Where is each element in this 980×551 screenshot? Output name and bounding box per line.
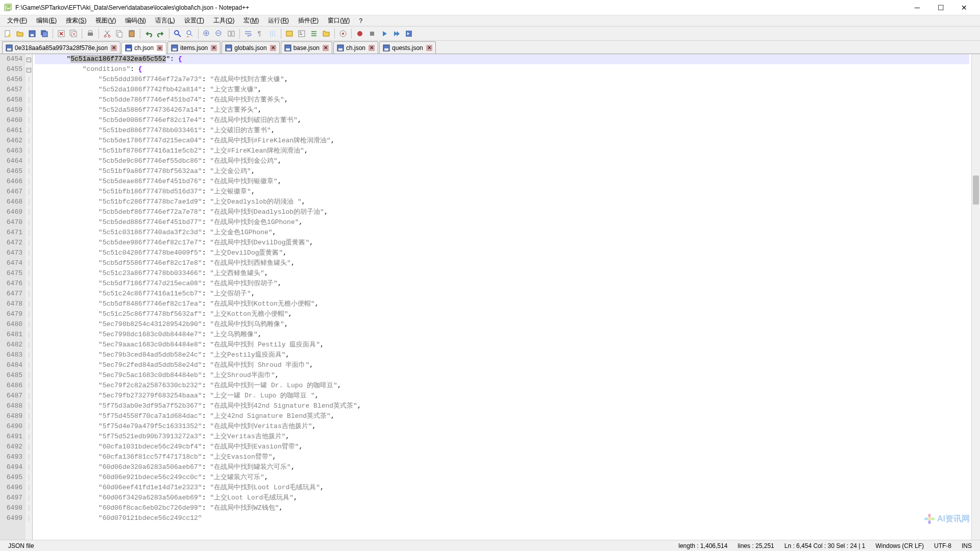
menu-m[interactable]: 宏(M)	[239, 15, 263, 26]
app-icon	[4, 4, 12, 12]
tab-close-icon[interactable]: ✕	[270, 45, 276, 51]
undo-icon[interactable]	[143, 28, 154, 39]
stop-macro-icon[interactable]	[366, 28, 378, 39]
menu-e[interactable]: 编辑(E)	[32, 15, 61, 26]
tab-label: 0e318aa6a85a9973a28f578e.json	[15, 44, 108, 52]
svg-rect-21	[130, 30, 133, 32]
copy-icon[interactable]	[114, 28, 125, 39]
svg-rect-28	[228, 31, 231, 36]
editor[interactable]: 6454645564566457645864596460646164626463…	[0, 54, 980, 540]
folder-tree-icon[interactable]	[321, 28, 332, 39]
save-icon[interactable]	[27, 28, 38, 39]
doc-map-icon[interactable]	[296, 28, 307, 39]
sync-scroll-icon[interactable]	[226, 28, 237, 39]
play-multi-icon[interactable]	[391, 28, 402, 39]
tab-close-icon[interactable]: ✕	[157, 45, 163, 51]
menu-v[interactable]: 视图(V)	[91, 15, 120, 26]
tab-close-icon[interactable]: ✕	[111, 45, 117, 51]
tab-close-icon[interactable]: ✕	[323, 45, 329, 51]
svg-rect-8	[31, 34, 34, 36]
close-button[interactable]: ✕	[952, 0, 976, 15]
tab-label: ch.json	[134, 44, 154, 52]
window-controls: ─ ☐ ✕	[905, 0, 976, 15]
svg-point-6	[8, 34, 11, 37]
save-macro-icon[interactable]	[403, 28, 414, 39]
toolbar: ¶	[0, 27, 980, 41]
save-all-icon[interactable]	[39, 28, 50, 39]
monitoring-icon[interactable]	[337, 28, 349, 39]
menu-help[interactable]: ?	[355, 16, 366, 26]
file-tab[interactable]: base.json✕	[281, 41, 332, 54]
file-tab[interactable]: 0e318aa6a85a9973a28f578e.json✕	[2, 41, 120, 54]
open-file-icon[interactable]	[14, 28, 26, 39]
show-all-chars-icon[interactable]: ¶	[255, 28, 266, 39]
file-icon	[125, 44, 132, 52]
svg-rect-10	[42, 32, 47, 37]
language-btn-icon[interactable]	[284, 28, 295, 39]
file-icon	[383, 44, 390, 52]
play-macro-icon[interactable]	[379, 28, 390, 39]
zoom-in-icon[interactable]	[201, 28, 212, 39]
cut-icon[interactable]	[102, 28, 113, 39]
file-tab[interactable]: quests.json✕	[379, 41, 436, 54]
menu-w[interactable]: 窗口(W)	[324, 15, 354, 26]
status-mode: INS	[957, 542, 977, 549]
find-icon[interactable]	[172, 28, 183, 39]
file-tab[interactable]: globals.json✕	[222, 41, 279, 54]
fold-gutter[interactable]: −−││││││││││││││││││││││││││││││││││││││…	[26, 54, 33, 540]
status-eol: Windows (CR LF)	[870, 542, 929, 549]
svg-text:¶: ¶	[258, 30, 261, 37]
scroll-thumb[interactable]	[973, 176, 979, 205]
line-number-gutter: 6454645564566457645864596460646164626463…	[0, 54, 26, 540]
svg-point-24	[187, 31, 191, 35]
record-macro-icon[interactable]	[354, 28, 365, 39]
window-title: F:\Game\SPTarkov\EFT\Aki_Data\Server\dat…	[15, 4, 905, 11]
paste-icon[interactable]	[126, 28, 137, 39]
print-icon[interactable]	[85, 28, 96, 39]
func-list-icon[interactable]	[308, 28, 320, 39]
menu-t[interactable]: 设置(T)	[180, 15, 208, 26]
zoom-out-icon[interactable]	[213, 28, 225, 39]
indent-guide-icon[interactable]	[267, 28, 278, 39]
menu-o[interactable]: 工具(O)	[209, 15, 238, 26]
maximize-button[interactable]: ☐	[929, 0, 952, 15]
svg-rect-51	[338, 48, 342, 51]
close-file-icon[interactable]	[56, 28, 67, 39]
file-tab[interactable]: ch.json✕	[333, 41, 378, 54]
svg-rect-43	[127, 48, 131, 51]
svg-rect-41	[7, 48, 11, 51]
close-all-icon[interactable]	[68, 28, 79, 39]
tab-close-icon[interactable]: ✕	[211, 45, 217, 51]
file-tab[interactable]: items.json✕	[167, 41, 220, 54]
tab-bar: 0e318aa6a85a9973a28f578e.json✕ch.json✕it…	[0, 41, 980, 54]
new-file-icon[interactable]	[2, 28, 13, 39]
tab-close-icon[interactable]: ✕	[369, 45, 375, 51]
file-tab[interactable]: ch.json✕	[121, 42, 166, 54]
svg-rect-31	[286, 31, 292, 36]
tab-close-icon[interactable]: ✕	[426, 45, 432, 51]
tab-label: globals.json	[234, 44, 266, 52]
svg-rect-1	[6, 4, 11, 10]
titlebar: F:\Game\SPTarkov\EFT\Aki_Data\Server\dat…	[0, 0, 980, 15]
minimize-button[interactable]: ─	[905, 0, 929, 15]
file-icon	[225, 44, 232, 52]
status-position: Ln : 6,454 Col : 30 Sel : 24 | 1	[779, 542, 871, 549]
tab-label: items.json	[180, 44, 208, 52]
word-wrap-icon[interactable]	[242, 28, 254, 39]
statusbar: JSON file length : 1,406,514 lines : 25,…	[0, 540, 980, 551]
svg-rect-14	[88, 33, 93, 36]
vertical-scrollbar[interactable]	[971, 54, 980, 540]
replace-icon[interactable]	[184, 28, 195, 39]
menu-f[interactable]: 文件(F)	[3, 15, 31, 26]
code-area[interactable]: "5c51aac186f77432ea65c552": { "condition…	[33, 54, 971, 540]
menu-r[interactable]: 运行(R)	[264, 15, 293, 26]
svg-rect-29	[232, 31, 234, 36]
svg-rect-45	[173, 48, 177, 51]
menu-l[interactable]: 语言(L)	[151, 15, 179, 26]
tab-label: quests.json	[392, 44, 423, 52]
svg-rect-33	[300, 32, 301, 33]
menu-s[interactable]: 搜索(S)	[62, 15, 90, 26]
menu-n[interactable]: 编码(N)	[121, 15, 150, 26]
menu-p[interactable]: 插件(P)	[294, 15, 323, 26]
redo-icon[interactable]	[155, 28, 166, 39]
